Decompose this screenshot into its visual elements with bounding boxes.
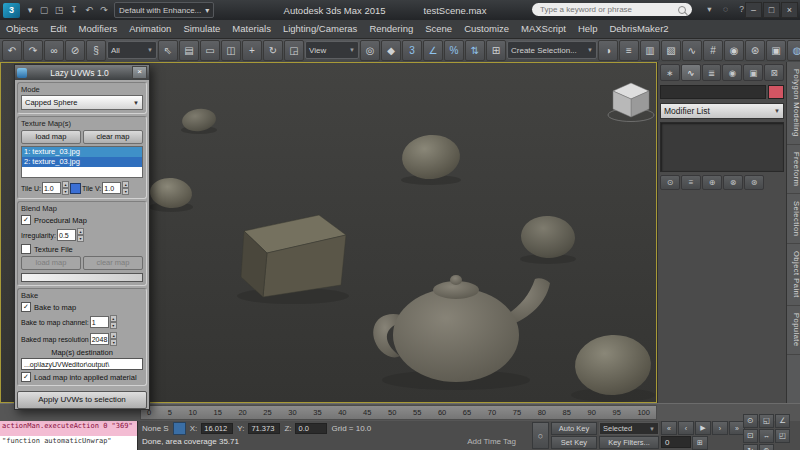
ribbon-tab-freeform[interactable]: Freeform xyxy=(787,145,800,194)
orbit-button[interactable]: ↻ xyxy=(743,444,758,450)
menu-animation[interactable]: Animation xyxy=(123,20,177,38)
percent-snap-icon[interactable]: % xyxy=(444,40,464,61)
rendered-frame-icon[interactable]: ▣ xyxy=(766,40,786,61)
apply-uvws-button[interactable]: Apply UVWs to selection xyxy=(17,391,147,409)
minimize-button[interactable]: – xyxy=(745,2,762,18)
close-button[interactable]: × xyxy=(781,2,798,18)
lazy-uvws-titlebar[interactable]: Lazy UVWs 1.0 × xyxy=(15,65,149,80)
tile-v-field[interactable]: 1.0 xyxy=(102,182,121,194)
current-frame-field[interactable]: 0 xyxy=(661,436,691,448)
save-file-icon[interactable]: ↧ xyxy=(67,3,81,17)
app-logo-icon[interactable]: 3 xyxy=(3,3,20,18)
tile-lock-button[interactable] xyxy=(70,183,81,194)
maximize-viewport-toggle-button[interactable]: ⊡ xyxy=(743,429,758,443)
maximize-button[interactable]: □ xyxy=(763,2,780,18)
tile-u-field[interactable]: 1.0 xyxy=(42,182,61,194)
menu-lighting-cameras[interactable]: Lighting/Cameras xyxy=(277,20,363,38)
zoom-extents-all-button[interactable]: ◰ xyxy=(775,429,790,443)
graphite-ribbon-icon[interactable]: ▧ xyxy=(661,40,681,61)
new-scene-icon[interactable]: ▢ xyxy=(37,3,51,17)
ribbon-tab-selection[interactable]: Selection xyxy=(787,194,800,244)
menu-simulate[interactable]: Simulate xyxy=(177,20,226,38)
named-selection-sets-icon[interactable]: ⊞ xyxy=(486,40,506,61)
zoom-button[interactable]: ⊙ xyxy=(743,414,758,428)
tile-v-spinner[interactable]: ▴▾ xyxy=(122,181,129,195)
zoom-extents-button[interactable]: ◱ xyxy=(759,414,774,428)
clear-map-button[interactable]: clear map xyxy=(83,130,143,144)
maxscript-mini-listener[interactable]: actionMan.executeAction 0 "369" -- Views… xyxy=(0,421,138,450)
render-setup-icon[interactable]: ⊛ xyxy=(745,40,765,61)
schematic-view-icon[interactable]: # xyxy=(703,40,723,61)
hierarchy-tab[interactable]: ≣ xyxy=(702,64,722,81)
timeline-ruler[interactable]: 0510152025303540455055606570758085909510… xyxy=(140,405,657,420)
spinner-up-icon[interactable]: ▴ xyxy=(77,228,84,235)
set-key-button[interactable]: Set Key xyxy=(551,436,597,449)
redo-icon[interactable]: ↷ xyxy=(97,3,111,17)
chevron-down-icon[interactable]: ▾ xyxy=(23,3,37,17)
texture-file-checkbox[interactable] xyxy=(21,244,31,254)
create-tab[interactable]: ∗ xyxy=(660,64,680,81)
menu-rendering[interactable]: Rendering xyxy=(363,20,419,38)
y-coordinate-field[interactable]: 71.373 xyxy=(248,423,280,434)
selection-filter-dropdown[interactable]: All▼ xyxy=(107,41,157,59)
menu-help[interactable]: Help xyxy=(572,20,604,38)
mode-dropdown[interactable]: Capped Sphere ▼ xyxy=(21,95,143,110)
blend-clear-map-button[interactable]: clear map xyxy=(83,256,143,270)
spinner-down-icon[interactable]: ▾ xyxy=(122,188,129,195)
undo-icon[interactable]: ↶ xyxy=(82,3,96,17)
bake-to-map-checkbox[interactable]: ✓ xyxy=(21,302,31,312)
configure-modifier-sets-button[interactable]: ⊛ xyxy=(744,175,764,190)
ribbon-tab-polygon-modeling[interactable]: Polygon Modeling xyxy=(787,62,800,145)
spinner-down-icon[interactable]: ▾ xyxy=(110,322,117,329)
menu-objects[interactable]: Objects xyxy=(0,20,44,38)
infocenter-search[interactable] xyxy=(532,3,692,16)
blend-map-preview[interactable] xyxy=(21,273,143,282)
field-of-view-button[interactable]: ∠ xyxy=(775,414,790,428)
undo-icon[interactable]: ↶ xyxy=(2,40,22,61)
material-editor-icon[interactable]: ◉ xyxy=(724,40,744,61)
remove-modifier-button[interactable]: ⊗ xyxy=(723,175,743,190)
selection-region-icon[interactable]: ▭ xyxy=(200,40,220,61)
z-coordinate-field[interactable]: 0.0 xyxy=(295,423,327,434)
load-map-button[interactable]: load map xyxy=(21,130,81,144)
select-object-icon[interactable]: ⇖ xyxy=(158,40,178,61)
procedural-map-checkbox[interactable]: ✓ xyxy=(21,215,31,225)
workspace-dropdown[interactable]: Default with Enhance... ▾ xyxy=(114,2,214,18)
named-selection-dropdown[interactable]: Create Selection...▼ xyxy=(507,41,597,59)
spinner-down-icon[interactable]: ▾ xyxy=(110,339,117,346)
motion-tab[interactable]: ◉ xyxy=(722,64,742,81)
unlink-selection-icon[interactable]: ⊘ xyxy=(65,40,85,61)
go-to-start-button[interactable]: « xyxy=(661,421,677,435)
select-and-move-icon[interactable]: + xyxy=(242,40,262,61)
texture-map-item[interactable]: 1: texture_03.jpg xyxy=(22,147,142,157)
add-time-tag[interactable]: Add Time Tag xyxy=(467,437,516,446)
select-and-link-icon[interactable]: ∞ xyxy=(44,40,64,61)
next-frame-button[interactable]: › xyxy=(712,421,728,435)
layer-manager-icon[interactable]: ▥ xyxy=(640,40,660,61)
play-animation-button[interactable]: ▶ xyxy=(695,421,711,435)
select-and-scale-icon[interactable]: ◲ xyxy=(284,40,304,61)
listener-line-1[interactable]: actionMan.executeAction 0 "369" -- Views… xyxy=(0,421,137,436)
spinner-snap-icon[interactable]: ⇅ xyxy=(465,40,485,61)
align-icon[interactable]: ≡ xyxy=(619,40,639,61)
open-file-icon[interactable]: ◳ xyxy=(52,3,66,17)
spinner-down-icon[interactable]: ▾ xyxy=(77,235,84,242)
snap-toggle-3d-icon[interactable]: 3 xyxy=(402,40,422,61)
menu-scene[interactable]: Scene xyxy=(419,20,458,38)
texture-map-list[interactable]: 1: texture_03.jpg2: texture_03.jpg xyxy=(21,146,143,178)
curve-editor-icon[interactable]: ∿ xyxy=(682,40,702,61)
utilities-tab[interactable]: ⊠ xyxy=(764,64,784,81)
spinner-down-icon[interactable]: ▾ xyxy=(62,188,69,195)
menu-debrismaker2[interactable]: DebrisMaker2 xyxy=(603,20,674,38)
ribbon-tab-object-paint[interactable]: Object Paint xyxy=(787,244,800,306)
blend-load-map-button[interactable]: load map xyxy=(21,256,81,270)
modify-tab[interactable]: ∿ xyxy=(681,64,701,81)
load-material-checkbox[interactable]: ✓ xyxy=(21,372,31,382)
menu-modifiers[interactable]: Modifiers xyxy=(73,20,124,38)
auto-key-button[interactable]: Auto Key xyxy=(551,422,597,435)
selection-lock-toggle[interactable] xyxy=(173,422,186,435)
modifier-stack[interactable] xyxy=(660,122,784,172)
channel-field[interactable]: 1 xyxy=(90,316,109,328)
menu-edit[interactable]: Edit xyxy=(44,20,72,38)
x-coordinate-field[interactable]: 16.012 xyxy=(201,423,233,434)
